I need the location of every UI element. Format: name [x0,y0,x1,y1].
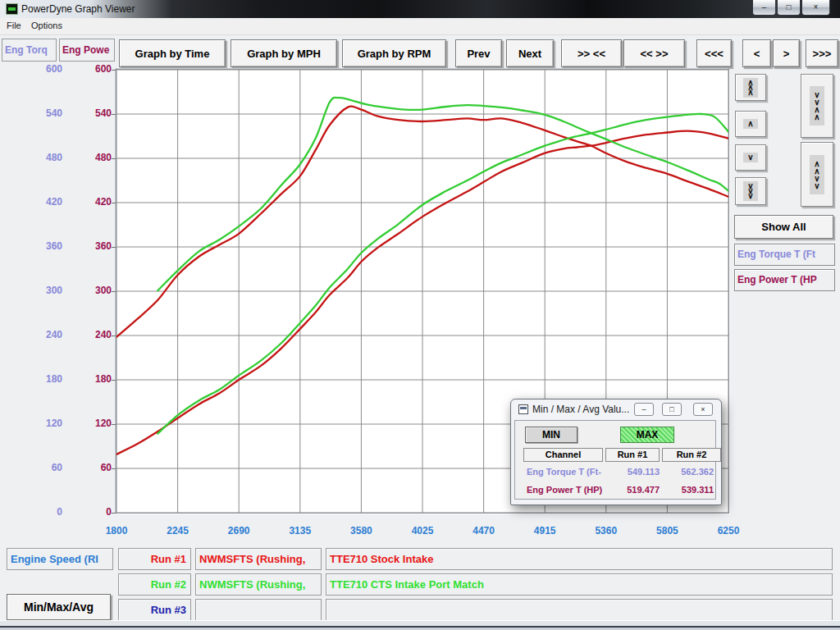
rpm-axis-tick: 4470 [461,525,507,536]
rpm-axis-tick: 5805 [644,525,690,536]
zoom-in-x-button[interactable]: >> << [561,39,622,67]
axis-tick-mark [112,468,116,469]
rpm-axis-tick: 4025 [399,525,445,536]
axis-tick-mark [112,247,116,248]
torque-run1-max: 549.113 [602,467,660,477]
minmax-window-title: Min / Max / Avg Valu... [532,404,629,415]
power-axis-tick: 60 [49,462,112,473]
graph-by-time-button[interactable]: Graph by Time [119,39,226,67]
rpm-axis-tick: 4915 [522,525,568,536]
power-axis-tick: 300 [49,285,112,296]
axis-tick-mark [112,70,116,71]
power-axis-tick: 480 [49,152,112,163]
minmax-minimize-icon[interactable]: – [634,403,654,416]
power-axis-tick: 360 [49,240,112,252]
chevron-up-icon: ∧ [743,119,757,129]
chevrons-outward-icon: ∧ ∧ ∨ ∨ [810,155,824,194]
channel-column-header: Channel [523,448,603,462]
curve-run2-torque [158,98,728,290]
max-button[interactable]: MAX [620,427,674,443]
axis-tick-mark [112,158,116,159]
torque-row-label: Eng Torque T (Ft- [527,467,601,477]
app-icon [6,3,18,15]
run2-description-box[interactable]: TTE710 CTS Intake Port Match [326,573,833,596]
power-axis-tick: 420 [49,196,112,208]
zoom-out-x-button[interactable]: << >> [623,39,685,67]
minmax-close-icon[interactable]: × [693,403,713,416]
close-icon[interactable]: × [801,0,830,16]
power-axis-tick: 0 [49,506,112,518]
rpm-axis-tick: 6250 [705,525,751,536]
power-run2-max: 539.311 [656,485,714,495]
run2-column-header: Run #2 [662,448,721,462]
x-channel-box[interactable]: Engine Speed (RI [7,548,113,570]
powerdyne-window: { "window": { "title": "PowerDyne Graph … [0,0,840,630]
menu-file[interactable]: File [7,21,21,30]
next-button[interactable]: Next [506,39,554,67]
pan-left-button[interactable]: < [742,39,771,67]
curve-run2-power [158,114,728,434]
run3-description-box[interactable] [326,599,833,621]
compress-scale-button[interactable]: ∨ ∨ ∧ ∧ [801,74,833,138]
axis-tick-mark [112,380,116,381]
window-bottom-frame [0,620,840,630]
run1-column-header: Run #1 [605,448,660,462]
expand-scale-button[interactable]: ∧ ∧ ∨ ∨ [801,142,833,207]
torque-channel-label[interactable]: Eng Torque T (Ft [734,244,835,266]
graph-by-mph-button[interactable]: Graph by MPH [231,39,337,67]
show-all-button[interactable]: Show All [734,215,833,239]
run3-operator-box[interactable] [195,599,322,621]
rpm-axis-tick: 1800 [94,525,139,536]
torque-run2-max: 562.362 [656,467,714,477]
power-channel-label[interactable]: Eng Power T (HP [734,269,835,291]
maximize-icon[interactable]: □ [777,0,801,16]
axis-tick-mark [112,424,116,425]
power-channel-box[interactable]: Eng Powe [59,39,115,62]
rpm-axis-tick: 2245 [155,525,201,536]
power-run1-max: 519.477 [602,485,660,495]
menu-options[interactable]: Options [31,21,62,30]
minmax-restore-icon[interactable]: □ [662,403,682,416]
power-row-label: Eng Power T (HP) [527,485,602,495]
rpm-axis-tick: 5360 [583,525,629,536]
minmax-avg-button[interactable]: Min/Max/Avg [7,594,111,620]
title-bar[interactable]: PowerDyne Graph Viewer – □ × [0,0,840,18]
rpm-axis-tick: 2690 [216,525,262,536]
pan-far-right-button[interactable]: >>> [806,39,838,67]
axis-tick-mark [112,114,116,115]
pan-right-button[interactable]: > [773,39,800,67]
menu-bar: File Options [0,18,840,35]
run1-label-box[interactable]: Run #1 [118,548,191,570]
run3-label-box[interactable]: Run #3 [118,599,191,621]
rpm-axis-tick: 3135 [277,525,323,536]
prev-button[interactable]: Prev [455,39,502,67]
chevron-down-icon: ∨ [743,153,757,162]
scroll-top-button[interactable]: ∧ ∧ ∧ [735,74,766,101]
minmax-title-bar[interactable]: Min / Max / Avg Valu... – □ × [511,399,721,420]
min-button[interactable]: MIN [525,427,578,443]
power-axis-tick: 540 [49,107,112,119]
scroll-bottom-button[interactable]: ∨ ∨ ∨ [735,177,766,205]
run2-label-box[interactable]: Run #2 [118,573,191,596]
chevron-triple-down-icon: ∨ ∨ ∨ [743,181,757,201]
chevrons-inward-icon: ∨ ∨ ∧ ∧ [810,86,824,126]
run2-operator-box[interactable]: NWMSFTS (Rushing, [195,573,322,596]
minmax-window[interactable]: Min / Max / Avg Valu... – □ × MIN MAX Ch… [510,399,722,505]
window-title: PowerDyne Graph Viewer [21,3,135,15]
minmax-window-icon [518,404,528,414]
minmax-body: MIN MAX Channel Run #1 Run #2 Eng Torque… [514,420,716,500]
axis-tick-mark [112,336,116,336]
run1-operator-box[interactable]: NWMSFTS (Rushing, [195,548,322,570]
chevron-triple-up-icon: ∧ ∧ ∧ [743,78,757,98]
axis-tick-mark [112,203,116,203]
pan-far-left-button[interactable]: <<< [696,39,732,67]
graph-by-rpm-button[interactable]: Graph by RPM [342,39,446,67]
torque-channel-box[interactable]: Eng Torq [2,39,57,62]
run1-description-box[interactable]: TTE710 Stock Intake [326,548,833,570]
minimize-icon[interactable]: – [752,0,776,16]
scroll-down-button[interactable]: ∨ [735,144,766,171]
power-axis-tick: 120 [49,418,112,429]
power-axis-tick: 240 [49,329,112,340]
scroll-up-button[interactable]: ∧ [735,111,766,137]
axis-tick-mark [112,513,116,514]
